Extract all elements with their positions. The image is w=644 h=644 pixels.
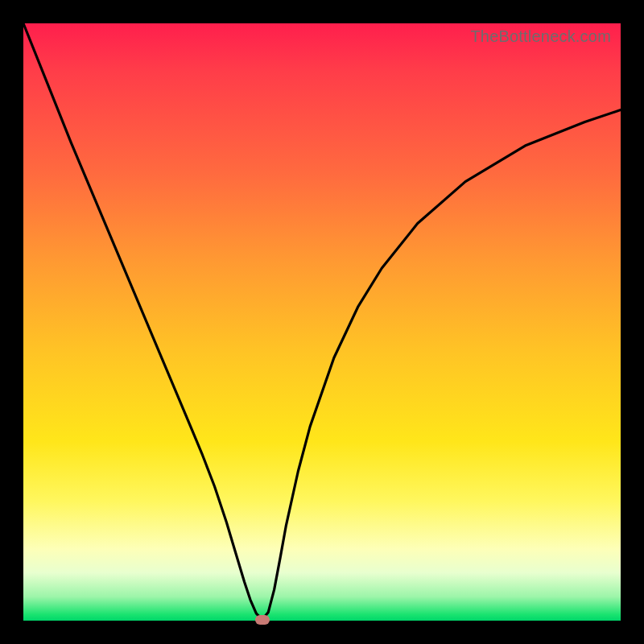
optimal-point-marker — [255, 615, 270, 625]
chart-frame: TheBottleneck.com — [0, 0, 644, 644]
plot-area: TheBottleneck.com — [23, 23, 621, 621]
curve-svg — [23, 23, 621, 621]
bottleneck-curve-path — [23, 23, 621, 620]
